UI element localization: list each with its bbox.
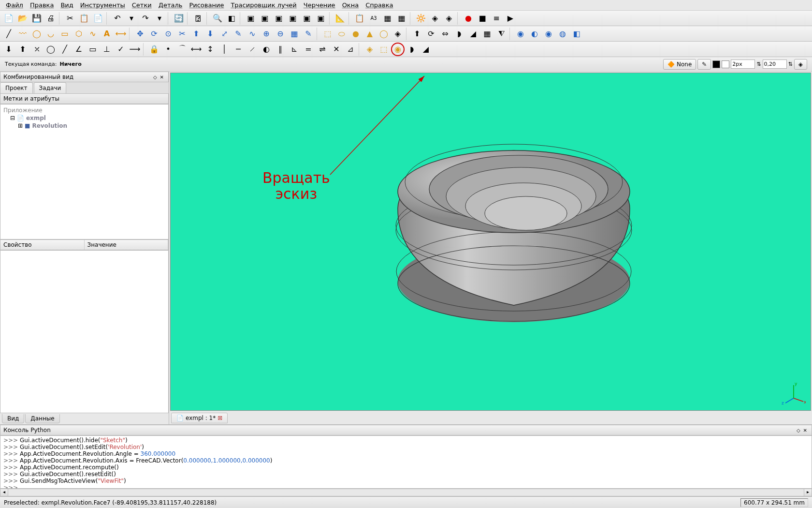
sk-arc-con-icon[interactable]: ⌒ bbox=[175, 43, 189, 56]
revolve-icon[interactable]: ⟳ bbox=[424, 28, 438, 40]
pd-sketch-icon[interactable]: ◈ bbox=[363, 43, 377, 56]
pd-pad-icon[interactable]: ⬚ bbox=[377, 43, 391, 56]
union-icon[interactable]: ◉ bbox=[542, 28, 555, 40]
menu-part[interactable]: Деталь bbox=[156, 0, 186, 10]
ruled-icon[interactable]: ▦ bbox=[480, 28, 494, 40]
torus-icon[interactable]: ◯ bbox=[377, 28, 391, 40]
sk-vert-icon[interactable]: │ bbox=[218, 43, 231, 56]
construction-button[interactable]: ◈ bbox=[794, 59, 807, 70]
chamfer-icon[interactable]: ◢ bbox=[466, 28, 480, 40]
float-spinner-icon[interactable]: ⇅ bbox=[788, 61, 793, 67]
console-undock-icon[interactable]: ◇ bbox=[795, 428, 802, 433]
menu-mesh[interactable]: Сетки bbox=[129, 0, 155, 10]
line-color-swatch[interactable] bbox=[712, 60, 720, 68]
redo-icon[interactable]: ↷ bbox=[139, 12, 152, 25]
intersect-icon[interactable]: ◍ bbox=[556, 28, 569, 40]
fillet-icon[interactable]: ◗ bbox=[452, 28, 466, 40]
sk-tangent-icon[interactable]: ⊾ bbox=[288, 43, 301, 56]
sk-perp-icon[interactable]: ⊥ bbox=[100, 43, 114, 56]
section-icon[interactable]: ◧ bbox=[570, 28, 583, 40]
linewidth-input[interactable] bbox=[731, 60, 755, 69]
menu-windows[interactable]: Окна bbox=[339, 0, 362, 10]
rotate-icon[interactable]: ⟳ bbox=[147, 28, 161, 40]
dimension-icon[interactable]: ⟷ bbox=[114, 28, 128, 40]
float-input[interactable] bbox=[763, 60, 787, 69]
zoom-fit-icon[interactable]: 🔍 bbox=[211, 12, 224, 25]
tree-doc-row[interactable]: ⊟ 📄 exmpl bbox=[2, 114, 166, 122]
mirror-icon[interactable]: ⇔ bbox=[438, 28, 452, 40]
shape2d-icon[interactable]: ▦ bbox=[288, 28, 301, 40]
raytrace-new-icon[interactable]: 🔆 bbox=[414, 12, 428, 25]
wire2spline-icon[interactable]: ∿ bbox=[246, 28, 259, 40]
sk-point-icon[interactable]: ✕ bbox=[330, 43, 343, 56]
bspline-icon[interactable]: ∿ bbox=[86, 28, 100, 40]
property-body[interactable] bbox=[0, 250, 169, 413]
menu-edit[interactable]: Правка bbox=[27, 0, 57, 10]
loft-icon[interactable]: ⧨ bbox=[494, 28, 508, 40]
raytrace-part-icon[interactable]: ◈ bbox=[428, 12, 442, 25]
sk-rect-icon[interactable]: ▭ bbox=[86, 43, 100, 56]
view-left-icon[interactable]: ▣ bbox=[314, 12, 328, 25]
rect-icon[interactable]: ▭ bbox=[58, 28, 72, 40]
boolean-icon[interactable]: ◉ bbox=[514, 28, 527, 40]
menu-file[interactable]: Файл bbox=[3, 0, 26, 10]
view-right-icon[interactable]: ▣ bbox=[272, 12, 286, 25]
view-rear-icon[interactable]: ▣ bbox=[286, 12, 300, 25]
sphere-icon[interactable]: ● bbox=[349, 28, 362, 40]
arc-icon[interactable]: ◡ bbox=[44, 28, 58, 40]
cylinder-icon[interactable]: ⬭ bbox=[335, 28, 348, 40]
raytrace-export-icon[interactable]: ◈ bbox=[442, 12, 456, 25]
refresh-icon[interactable]: 🔄 bbox=[172, 12, 186, 25]
new-icon[interactable]: 📄 bbox=[2, 12, 15, 25]
sk-circle-icon[interactable]: ◯ bbox=[44, 43, 58, 56]
menu-tools[interactable]: Инструменты bbox=[77, 0, 128, 10]
redo-menu-icon[interactable]: ▾ bbox=[153, 12, 166, 25]
sk-check-icon[interactable]: ✓ bbox=[114, 43, 128, 56]
pen-button[interactable]: ✎ bbox=[697, 59, 711, 70]
tab-view[interactable]: Вид bbox=[2, 414, 24, 423]
drawing-new-icon[interactable]: 📋 bbox=[353, 12, 366, 25]
pd-revolution-icon[interactable]: ◉ bbox=[391, 43, 405, 56]
circle-icon[interactable]: ◯ bbox=[30, 28, 44, 40]
sk-line-icon[interactable]: ╱ bbox=[58, 43, 72, 56]
tab-project[interactable]: Проект bbox=[0, 82, 33, 93]
extrude-icon[interactable]: ⬆ bbox=[410, 28, 424, 40]
open-icon[interactable]: 📂 bbox=[16, 12, 29, 25]
close-icon[interactable]: ✕ bbox=[159, 75, 165, 80]
upgrade-icon[interactable]: ⬆ bbox=[189, 28, 203, 40]
addpoint-icon[interactable]: ⊕ bbox=[260, 28, 273, 40]
draft2sketch-icon[interactable]: ✎ bbox=[302, 28, 315, 40]
menu-help[interactable]: Справка bbox=[362, 0, 396, 10]
sk-edge-icon[interactable]: ⊿ bbox=[344, 43, 357, 56]
copy-icon[interactable]: 📋 bbox=[77, 12, 91, 25]
scale-icon[interactable]: ⤢ bbox=[218, 28, 231, 40]
offset-icon[interactable]: ⊙ bbox=[161, 28, 175, 40]
scroll-right-icon[interactable]: ▸ bbox=[804, 489, 812, 496]
move-icon[interactable]: ✥ bbox=[133, 28, 147, 40]
whatsthis-icon[interactable]: ⍰ bbox=[191, 12, 205, 25]
paste-icon[interactable]: 📄 bbox=[91, 12, 105, 25]
cplane-button[interactable]: 🔶 None bbox=[663, 59, 696, 70]
edit-icon[interactable]: ✎ bbox=[232, 28, 245, 40]
tree-revolution-row[interactable]: ⊞ ■ Revolution bbox=[2, 122, 166, 130]
box-icon[interactable]: ⬚ bbox=[321, 28, 334, 40]
macro-play-icon[interactable]: ▶ bbox=[504, 12, 517, 25]
save-icon[interactable]: 💾 bbox=[30, 12, 44, 25]
pd-chamfer-icon[interactable]: ◢ bbox=[419, 43, 433, 56]
line-icon[interactable]: ╱ bbox=[2, 28, 15, 40]
menu-view[interactable]: Вид bbox=[58, 0, 76, 10]
drawing-a3-icon[interactable]: A3 bbox=[367, 12, 380, 25]
console-close-icon[interactable]: ✕ bbox=[802, 428, 809, 433]
undo-icon[interactable]: ↶ bbox=[111, 12, 124, 25]
console-scrollbar[interactable]: ◂ ▸ bbox=[0, 489, 812, 496]
text-icon[interactable]: A bbox=[100, 28, 114, 40]
sk-angle-icon[interactable]: ∠ bbox=[72, 43, 86, 56]
sk-export-icon[interactable]: ⬆ bbox=[16, 43, 29, 56]
sk-horiz-icon[interactable]: ─ bbox=[232, 43, 245, 56]
trimex-icon[interactable]: ✂ bbox=[175, 28, 189, 40]
fill-color-swatch[interactable] bbox=[722, 60, 729, 68]
downgrade-icon[interactable]: ⬇ bbox=[203, 28, 217, 40]
sk-parallel-icon[interactable]: ∥ bbox=[274, 43, 287, 56]
delpoint-icon[interactable]: ⊖ bbox=[274, 28, 287, 40]
document-tab[interactable]: 📄 exmpl : 1* ⊠ bbox=[171, 413, 228, 423]
